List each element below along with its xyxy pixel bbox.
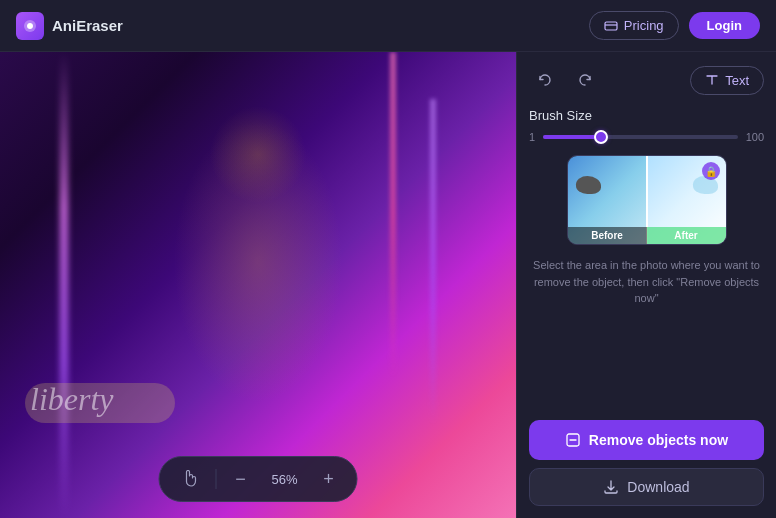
slider-max: 100	[746, 131, 764, 143]
panel-bottom: Remove objects now Download	[529, 420, 764, 506]
before-label: Before	[568, 227, 647, 244]
slider-wrapper	[543, 135, 738, 139]
download-icon	[603, 479, 619, 495]
app-header: AniEraser Pricing Login	[0, 0, 776, 52]
zoom-in-button[interactable]: +	[317, 467, 341, 491]
toolbar-divider	[216, 469, 217, 489]
pricing-button[interactable]: Pricing	[589, 11, 679, 40]
logo-icon	[16, 12, 44, 40]
hand-tool-icon[interactable]	[176, 465, 204, 493]
right-panel: Text Brush Size 1 100	[516, 52, 776, 518]
preview-lock-icon: 🔒	[702, 162, 720, 180]
login-button[interactable]: Login	[689, 12, 760, 39]
remove-icon	[565, 432, 581, 448]
preview-labels: Before After	[568, 227, 726, 244]
zoom-out-button[interactable]: −	[229, 467, 253, 491]
header-actions: Pricing Login	[589, 11, 760, 40]
brush-size-label: Brush Size	[529, 108, 764, 123]
bird-before	[576, 176, 601, 194]
zoom-level: 56%	[265, 472, 305, 487]
redo-button[interactable]	[569, 64, 601, 96]
canvas-image: liberty	[0, 52, 516, 518]
main-content: liberty − 56% +	[0, 52, 776, 518]
preview-card: 🔒 Before After	[567, 155, 727, 245]
slider-min: 1	[529, 131, 535, 143]
preview-section: 🔒 Before After	[529, 155, 764, 245]
watermark-text: liberty	[30, 381, 114, 418]
download-button[interactable]: Download	[529, 468, 764, 506]
panel-top-actions: Text	[529, 64, 764, 96]
undo-redo-group	[529, 64, 601, 96]
text-icon	[705, 73, 719, 87]
canvas-area[interactable]: liberty − 56% +	[0, 52, 516, 518]
text-button[interactable]: Text	[690, 66, 764, 95]
logo-area: AniEraser	[16, 12, 123, 40]
app-title: AniEraser	[52, 17, 123, 34]
pricing-icon	[604, 19, 618, 33]
after-label: After	[647, 227, 726, 244]
svg-rect-1	[605, 22, 617, 30]
brush-size-section: Brush Size 1 100	[529, 108, 764, 143]
undo-button[interactable]	[529, 64, 561, 96]
slider-container: 1 100	[529, 131, 764, 143]
remove-objects-button[interactable]: Remove objects now	[529, 420, 764, 460]
help-text: Select the area in the photo where you w…	[529, 257, 764, 307]
person-silhouette	[0, 52, 516, 518]
canvas-toolbar: − 56% +	[159, 456, 358, 502]
